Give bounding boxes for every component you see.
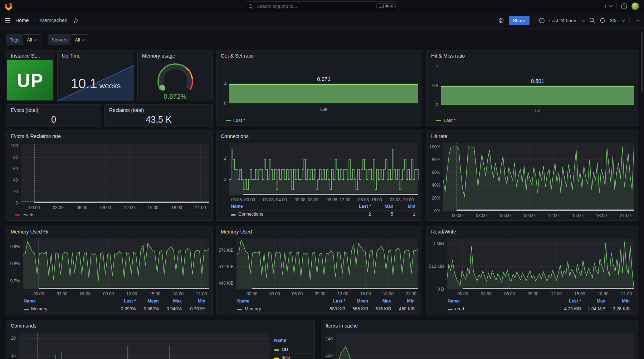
collapse-toolbar-icon[interactable] (636, 19, 640, 23)
menu-icon[interactable] (5, 17, 10, 24)
legend-row[interactable]: read 4.23 KiB 1.04 MiB 3.26 KiB (448, 305, 633, 313)
legend-header[interactable]: Max (173, 299, 182, 304)
legend-header-row: Name Last * Mean Max Min (24, 297, 208, 305)
svg-text:09:00: 09:00 (315, 291, 326, 296)
legend[interactable]: Last * (436, 118, 455, 123)
legend-header[interactable]: Min (407, 299, 415, 304)
legend-header[interactable]: Min (197, 299, 205, 304)
svg-text:03:00: 03:00 (269, 291, 280, 296)
legend-header[interactable]: Name (448, 299, 460, 304)
panel-title[interactable]: Reclaims (total) (109, 107, 144, 113)
refresh-interval[interactable]: 30s (610, 18, 618, 23)
legend[interactable]: Last * (226, 118, 245, 123)
reclaims-total-value: 43.5 K (105, 114, 213, 125)
svg-text:4: 4 (224, 157, 226, 162)
legend-header[interactable]: Max (597, 299, 605, 304)
star-icon[interactable] (73, 18, 79, 24)
legend-header-row: Name Last * (274, 336, 315, 345)
get-set-bar-gauge[interactable]: 100.971Get (216, 50, 422, 126)
legend-header[interactable]: Mean (357, 299, 368, 304)
breadcrumb-dashboard[interactable]: Memcached (40, 18, 67, 23)
legend-header[interactable]: Name (237, 299, 249, 304)
svg-text:06:00: 06:00 (292, 291, 303, 296)
servers-filter-value[interactable]: All (71, 34, 88, 45)
legend-table: Name Last * cas decr (274, 336, 315, 359)
legend-row[interactable]: cas (274, 345, 315, 353)
svg-text:15:00: 15:00 (360, 291, 371, 296)
panel-title[interactable]: Instance St... (11, 53, 40, 59)
tags-filter-label[interactable]: Tags (6, 34, 23, 45)
refresh-icon[interactable] (600, 18, 605, 23)
help-icon[interactable]: ? (621, 3, 627, 9)
commands-chart[interactable]: 2015 (6, 320, 315, 359)
panel-title[interactable]: Evicts (total) (11, 107, 38, 113)
svg-text:0%: 0% (434, 208, 441, 213)
panel-uptime: Up Time 10.1weeks (57, 50, 134, 101)
evicts-reclaims-rate-chart[interactable]: 10080604020000:0003:0006:0009:0012:0015:… (6, 131, 213, 221)
legend-header[interactable]: Min (622, 299, 630, 304)
svg-text:12:00: 12:00 (337, 291, 348, 296)
svg-text:15:00: 15:00 (572, 213, 583, 218)
evicts-total-value: 0 (6, 114, 101, 125)
search-bar[interactable]: ⌘+k (245, 1, 399, 11)
svg-text:0.971: 0.971 (317, 76, 331, 82)
legend-header[interactable]: Mean (147, 299, 159, 304)
items-in-cache-chart[interactable]: 140120 (321, 320, 638, 359)
gauge-value: 0.872% (138, 93, 213, 100)
user-avatar[interactable] (631, 3, 639, 10)
legend-header[interactable]: Max (385, 204, 393, 209)
panel-commands: Commands 2015 Name Last * cas decr (6, 320, 315, 359)
legend-header-row: Name Last * Max Min (448, 297, 633, 305)
legend-row[interactable]: Memory 583 KiB 565 KiB 616 KiB 460 KiB (237, 305, 417, 313)
panel-title[interactable]: Memory usage (142, 53, 175, 59)
legend-header[interactable]: Last * (333, 299, 345, 304)
svg-text:512 KiB: 512 KiB (429, 264, 444, 269)
servers-filter-label[interactable]: Servers (48, 34, 71, 45)
nav-bar: Home › Memcached Share Last 24 hours 30s (0, 12, 644, 29)
legend-marker (436, 120, 441, 121)
svg-text:0: 0 (224, 101, 226, 106)
svg-text:03.08, 08:00: 03.08, 08:00 (295, 197, 319, 202)
legend-header[interactable]: Last * (569, 299, 581, 304)
chevron-down-icon (34, 37, 37, 41)
chevron-down-icon (82, 37, 85, 41)
svg-text:06:00: 06:00 (504, 291, 515, 296)
legend-row[interactable]: Memory 0.890% 0.862% 0.940% 0.701% (24, 305, 208, 313)
breadcrumb-home[interactable]: Home (15, 18, 29, 23)
svg-text:0.9%: 0.9% (10, 244, 20, 249)
grafana-logo[interactable] (5, 2, 13, 10)
legend-header[interactable]: Max (382, 299, 391, 304)
legend[interactable]: evicts (15, 212, 34, 217)
hit-miss-bar-gauge[interactable]: 10.500.501hit (427, 50, 638, 126)
legend-header[interactable]: Name (274, 338, 286, 343)
svg-text:03.08, 16:00: 03.08, 16:00 (358, 197, 382, 202)
zoom-out-icon[interactable] (589, 18, 595, 23)
search-input[interactable] (256, 3, 376, 9)
scrollbar[interactable] (641, 31, 643, 92)
legend-row[interactable]: decr (274, 353, 315, 359)
legend-header[interactable]: Last * (359, 204, 371, 209)
legend-row[interactable]: Connections 2 5 1 (231, 210, 417, 218)
legend-header[interactable]: Min (408, 204, 415, 209)
svg-text:21:00: 21:00 (195, 205, 206, 210)
add-button[interactable]: + (604, 3, 612, 10)
time-range-picker[interactable]: Last 24 hours (549, 18, 577, 23)
legend-header[interactable]: Last * (124, 299, 136, 304)
hit-rate-chart[interactable]: 100%80%60%40%20%0%00:0003:0006:0009:0012… (427, 131, 638, 221)
keyboard-icon (379, 5, 384, 8)
share-button[interactable]: Share (509, 16, 530, 25)
svg-text:120: 120 (326, 353, 333, 358)
svg-text:15: 15 (11, 353, 16, 358)
legend-label: evicts (23, 212, 34, 217)
svg-text:40: 40 (13, 178, 18, 183)
legend-header[interactable]: Name (24, 299, 36, 304)
panel-instance-status: Instance St... UP (6, 50, 54, 101)
svg-text:09:00: 09:00 (528, 291, 538, 296)
legend-header[interactable]: Name (231, 204, 243, 209)
settings-gear-icon[interactable] (498, 18, 504, 24)
svg-text:21:00: 21:00 (621, 291, 632, 296)
tags-filter-value[interactable]: All (23, 34, 40, 45)
svg-text:18:00: 18:00 (598, 291, 609, 296)
svg-text:18:00: 18:00 (173, 291, 184, 296)
svg-text:20: 20 (11, 336, 16, 341)
